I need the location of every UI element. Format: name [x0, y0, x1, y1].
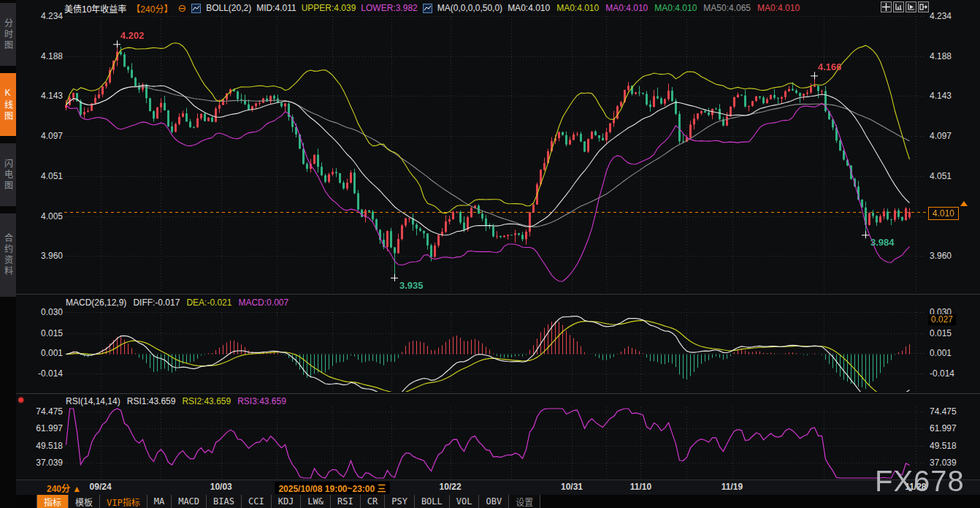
indicator-toolbar: 指标模板VIP指标MAMACDBIASCCIKDJLW&RSICRPSYBOLL…: [16, 495, 980, 508]
date-label: 11/28: [905, 482, 926, 492]
y-axis-label: 3.960: [25, 250, 63, 262]
time-axis-row: 240分 ▲ 09/2410/032025/10/08 19:00~23:00 …: [16, 479, 980, 495]
y-axis-label: 37.039: [930, 457, 975, 469]
toolbar-item-KDJ[interactable]: KDJ: [272, 495, 302, 508]
toolbar-item-VOL[interactable]: VOL: [450, 495, 480, 508]
toolbar-item-模板[interactable]: 模板: [69, 495, 100, 508]
crosshair-icon[interactable]: [881, 1, 892, 12]
y-axis-label: 4.051: [930, 170, 975, 182]
y-axis-label: 0.030: [25, 306, 63, 318]
macd-panel-chart[interactable]: [64, 309, 926, 392]
y-axis-label: 4.143: [25, 90, 63, 102]
ma-value: MA0:4.010: [605, 3, 648, 13]
toolbar-item-RSI[interactable]: RSI: [331, 495, 361, 508]
y-axis-label: -0.014: [930, 368, 975, 379]
date-label: 10/31: [561, 482, 583, 492]
ma-values: MA0:4.010MA0:4.010MA0:4.010MA0:4.010MA50…: [508, 3, 806, 13]
date-label: 11/10: [630, 482, 651, 492]
y-axis-label: 4.097: [930, 130, 975, 142]
zoom-out-icon[interactable]: [893, 1, 904, 12]
y-axis-label: 4.188: [25, 50, 63, 62]
rsi2-value: RSI2:43.659: [182, 396, 231, 407]
chart-tool-buttons: [881, 1, 929, 12]
boll-indicator-icon[interactable]: [191, 4, 201, 13]
ma-value: MA0:4.010: [556, 3, 599, 13]
alert-sun-icon[interactable]: ✹: [17, 395, 25, 406]
zoom-in-icon[interactable]: [906, 1, 916, 12]
y-axis-label: 4.097: [25, 130, 63, 142]
toolbar-item-CR[interactable]: CR: [361, 495, 385, 508]
rsi-params: RSI(14,14,14): [66, 396, 120, 407]
sidebar-tab-4[interactable]: 合约资料: [0, 213, 16, 297]
y-axis-label: 4.005: [25, 211, 63, 222]
boll-mid-value: MID:4.011: [256, 3, 296, 13]
toolbar-item-OBV[interactable]: OBV: [479, 495, 509, 508]
panel-separator: [16, 294, 980, 295]
y-axis-label: 49.518: [25, 440, 63, 452]
macd-value-badge: 0.027: [928, 314, 956, 325]
sidebar-tab-3[interactable]: 闪电图: [0, 143, 16, 206]
low-price-marker: 3.984: [870, 237, 895, 248]
ma-value: MA0:4.010: [757, 3, 800, 13]
low-price-marker: 3.935: [399, 280, 424, 291]
toolbar-item-MACD[interactable]: MACD: [172, 495, 207, 508]
y-axis-label: 0.015: [930, 327, 975, 339]
macd-header: MACD(26,12,9) DIFF:-0.017 DEA:-0.021 MAC…: [66, 297, 288, 308]
panel-separator: [16, 393, 980, 394]
date-label: 10/22: [440, 482, 462, 492]
toolbar-item-LW&[interactable]: LW&: [301, 495, 331, 508]
sidebar-tab-1[interactable]: 分时图: [0, 3, 16, 66]
y-axis-label: 4.234: [25, 10, 63, 22]
timeframe-dropdown-button[interactable]: 240分 ▲: [47, 482, 81, 494]
toolbar-item-VIP指标[interactable]: VIP指标: [100, 495, 148, 508]
boll-params: BOLL(20,2): [206, 3, 251, 13]
y-axis-label: 49.518: [930, 440, 975, 452]
last-price-tag: 4.010: [928, 207, 959, 220]
boll-lower-value: LOWER:3.982: [361, 3, 417, 13]
sidebar-tab-2[interactable]: K线图: [0, 73, 16, 136]
macd-params: MACD(26,12,9): [66, 297, 126, 308]
trading-terminal: 分时图K线图闪电图合约资料 美债10年收益率 【240分】 ⊖ BOLL(20,…: [0, 0, 980, 508]
page-forward-icon[interactable]: [918, 1, 929, 12]
rsi-header: RSI(14,14,14) RSI1:43.659 RSI2:43.659 RS…: [66, 396, 286, 407]
y-axis-label: 74.475: [25, 406, 63, 417]
collapse-icon[interactable]: ⊖: [177, 3, 186, 13]
toolbar-item-CCI[interactable]: CCI: [242, 495, 272, 508]
y-axis-label: 0.001: [930, 347, 975, 359]
y-axis-label: 3.960: [930, 250, 975, 262]
toolbar-item-BIAS[interactable]: BIAS: [207, 495, 242, 508]
y-axis-label: 61.997: [25, 422, 63, 434]
date-label: 11/19: [721, 482, 743, 492]
left-sidebar: 分时图K线图闪电图合约资料: [0, 0, 16, 508]
y-axis-label: 4.051: [25, 170, 63, 182]
toolbar-item-PSY[interactable]: PSY: [385, 495, 415, 508]
ma-indicator-icon[interactable]: [423, 4, 432, 13]
price-up-arrow-icon: [960, 201, 968, 206]
chart-header: 美债10年收益率 【240分】 ⊖ BOLL(20,2) MID:4.011 U…: [64, 0, 806, 16]
y-axis-label: 4.143: [930, 90, 975, 102]
toolbar-item-指标[interactable]: 指标: [37, 495, 69, 508]
toolbar-item-BOLL[interactable]: BOLL: [415, 495, 450, 508]
ma-value: MA0:4.010: [654, 3, 697, 13]
y-axis-label: 4.188: [930, 50, 975, 62]
y-axis-label: 37.039: [25, 457, 63, 469]
ma-value: MA50:4.065: [703, 3, 751, 13]
timeframe-tag: 【240分】: [131, 2, 172, 15]
toolbar-item-设置[interactable]: 设置: [509, 495, 540, 508]
y-axis-label: 0.015: [25, 327, 63, 339]
selected-candle-datetime: 2025/10/08 19:00~23:00 三: [275, 482, 389, 494]
date-label: 09/24: [90, 482, 112, 492]
main-candlestick-chart[interactable]: [64, 16, 926, 293]
y-axis-label: 0.001: [25, 347, 63, 359]
date-label: 10/03: [210, 482, 232, 492]
high-price-marker: 4.202: [120, 30, 145, 41]
macd-dea-value: DEA:-0.021: [186, 297, 231, 308]
y-axis-label: 74.475: [930, 406, 975, 417]
symbol-title: 美债10年收益率: [64, 2, 126, 15]
boll-upper-value: UPPER:4.039: [302, 3, 356, 13]
toolbar-item-MA[interactable]: MA: [148, 495, 172, 508]
macd-diff-value: DIFF:-0.017: [133, 297, 180, 308]
y-axis-label: 4.234: [930, 10, 975, 22]
ma-params: MA(0,0,0,0,50,0): [437, 3, 502, 13]
rsi-panel-chart[interactable]: [64, 407, 926, 479]
